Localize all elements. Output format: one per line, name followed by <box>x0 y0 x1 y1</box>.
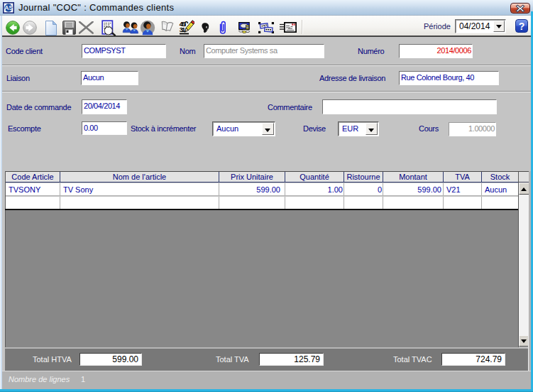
svg-text:AS: AS <box>4 4 13 11</box>
svg-text:31: 31 <box>180 26 186 34</box>
